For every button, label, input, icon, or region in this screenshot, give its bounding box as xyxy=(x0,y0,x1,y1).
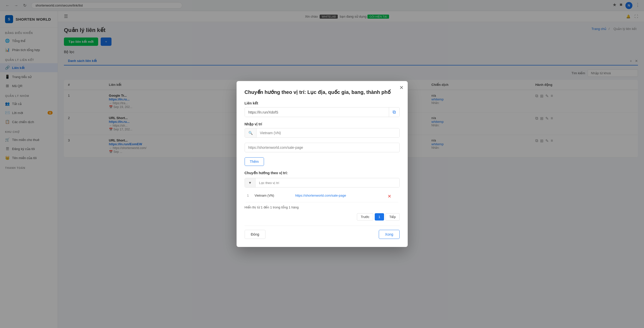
redirect-table: 1 Vietnam (VN) https://shortenworld.com/… xyxy=(245,191,400,202)
location-label: Nhập vị trí xyxy=(245,122,400,126)
modal-overlay[interactable]: ✕ Chuyển hướng theo vị trí: Lục địa, quố… xyxy=(0,0,644,328)
filter-location-input[interactable] xyxy=(255,178,399,187)
location-search-wrapper: 🔍 xyxy=(245,128,400,138)
url-form-group xyxy=(245,143,400,152)
redirect-row: 1 Vietnam (VN) https://shortenworld.com/… xyxy=(245,191,400,202)
modal-close-button[interactable]: ✕ xyxy=(399,85,404,90)
link-label: Liên kết xyxy=(245,101,400,105)
modal-footer: Đóng Xong xyxy=(245,226,400,239)
filter-row: ▼ xyxy=(245,178,400,188)
filter-icon: ▼ xyxy=(245,178,256,187)
delete-redirect-button[interactable]: ✕ xyxy=(388,194,391,199)
search-icon: 🔍 xyxy=(248,131,253,135)
redirect-url-input[interactable] xyxy=(245,143,400,152)
redirect-delete-cell: ✕ xyxy=(385,191,400,202)
redirect-num: 1 xyxy=(245,191,252,202)
copy-link-button[interactable]: ⧉ xyxy=(389,107,399,117)
location-input[interactable] xyxy=(256,128,399,137)
prev-page-button[interactable]: Trước xyxy=(357,213,373,221)
add-button[interactable]: Thêm xyxy=(245,157,264,166)
link-form-group: Liên kết ⧉ xyxy=(245,101,400,117)
pagination: Trước 1 Tiếp xyxy=(245,213,400,221)
location-form-group: Nhập vị trí 🔍 xyxy=(245,122,400,138)
pagination-info: Hiển thị từ 1 đến 1 trong tổng 1 hàng xyxy=(245,205,400,209)
modal: ✕ Chuyển hướng theo vị trí: Lục địa, quố… xyxy=(237,81,408,247)
search-icon-wrap: 🔍 xyxy=(245,128,256,137)
next-page-button[interactable]: Tiếp xyxy=(386,213,400,221)
redirect-section-title: Chuyển hướng theo vị trí: xyxy=(245,171,400,175)
redirect-location: Vietnam (VN) xyxy=(252,191,293,202)
page-1-button[interactable]: 1 xyxy=(375,213,384,221)
redirect-url[interactable]: https://shortenworld.com/sale-page xyxy=(293,191,385,202)
link-input[interactable] xyxy=(245,108,389,117)
done-button[interactable]: Xong xyxy=(379,230,400,239)
link-input-wrapper: ⧉ xyxy=(245,107,400,117)
modal-title: Chuyển hướng theo vị trí: Lục địa, quốc … xyxy=(245,89,400,95)
close-modal-button[interactable]: Đóng xyxy=(245,230,266,239)
